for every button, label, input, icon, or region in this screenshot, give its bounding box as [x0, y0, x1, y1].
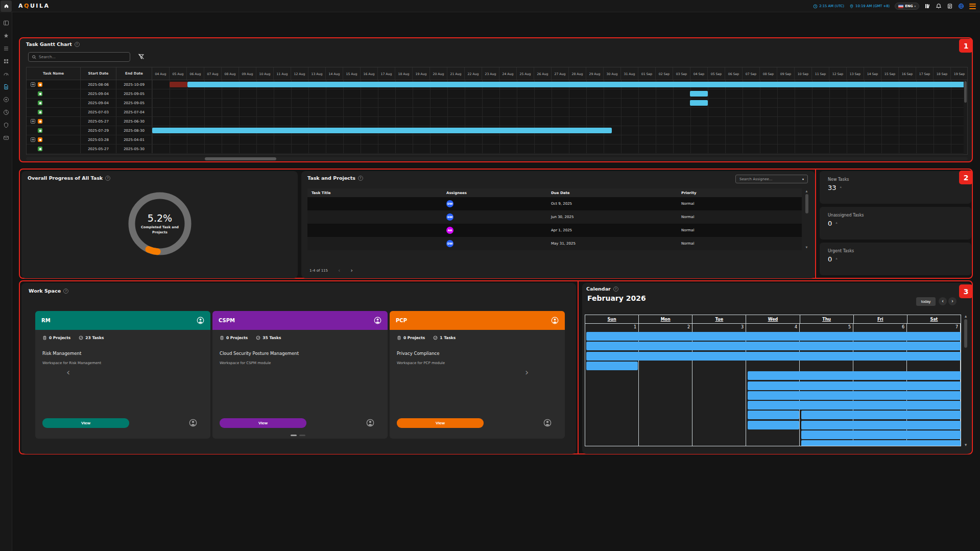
expand-toggle-icon[interactable]: +	[31, 119, 35, 124]
gantt-search-input[interactable]	[39, 55, 127, 59]
scroll-up-icon[interactable]: ▲	[806, 189, 808, 193]
gantt-row[interactable]: +2025-03-282025-04-01	[27, 135, 967, 145]
calendar-event[interactable]	[748, 411, 799, 419]
calendar-day-header[interactable]: Fri	[854, 315, 907, 323]
mail-icon[interactable]	[3, 133, 9, 139]
sort-caret-icon[interactable]: ▴	[835, 221, 838, 225]
grid-icon[interactable]	[3, 57, 9, 63]
calendar-day-header[interactable]: Sun	[585, 315, 639, 323]
calendar-event[interactable]	[586, 362, 638, 370]
task-row[interactable]: GWJun 30, 2025Normal	[307, 210, 802, 224]
calendar-event[interactable]	[586, 342, 961, 350]
person-icon[interactable]	[374, 317, 381, 324]
calendar-event[interactable]	[748, 371, 961, 380]
calendar-event[interactable]	[801, 421, 961, 429]
star-icon[interactable]	[3, 31, 9, 37]
task-row[interactable]: DWOct 9, 2025Normal	[307, 197, 802, 210]
info-icon[interactable]: ?	[75, 42, 80, 47]
gantt-row[interactable]: 2025-05-272025-05-30	[27, 145, 967, 154]
gantt-col-header: Start Date	[81, 67, 116, 80]
calendar-event[interactable]	[801, 411, 961, 419]
gantt-bar[interactable]	[690, 91, 708, 97]
carousel-prev-icon[interactable]: ‹	[66, 368, 70, 377]
stat-label: Unassigned Tasks	[828, 213, 963, 218]
list-icon[interactable]	[3, 44, 9, 50]
gantt-search[interactable]	[28, 52, 130, 62]
language-selector[interactable]: ENG ▾	[895, 3, 919, 10]
calendar-today-button[interactable]: today	[916, 297, 936, 306]
gantt-row[interactable]: +2025-08-062025-10-09	[27, 80, 967, 89]
view-button[interactable]: View	[397, 418, 484, 428]
calendar-event[interactable]	[748, 421, 799, 429]
task-row[interactable]: AAApr 1, 2025Normal	[307, 224, 802, 237]
calendar-day-header[interactable]: Thu	[800, 315, 854, 323]
info-icon[interactable]: ?	[613, 286, 618, 292]
calendar-event[interactable]	[801, 440, 961, 446]
gantt-bar[interactable]	[690, 100, 708, 106]
gantt-row[interactable]: 2025-09-042025-09-05	[27, 99, 967, 108]
scroll-down-icon[interactable]: ▼	[965, 443, 967, 446]
gantt-row[interactable]: +2025-05-272025-06-30	[27, 117, 967, 126]
tasks-scrollbar[interactable]: ▲ ▼	[804, 189, 809, 249]
calendar-day-header[interactable]: Wed	[746, 315, 800, 323]
filter-icon[interactable]	[138, 53, 145, 60]
library-icon[interactable]	[924, 3, 930, 9]
gantt-bar[interactable]	[187, 82, 967, 87]
sort-caret-icon[interactable]: ▴	[835, 256, 838, 260]
carousel-dot[interactable]	[299, 435, 305, 436]
gantt-bar[interactable]	[170, 82, 187, 87]
home-button[interactable]	[1, 1, 12, 12]
view-button[interactable]: View	[220, 418, 306, 428]
calendar-day-header[interactable]: Mon	[639, 315, 692, 323]
shield-icon[interactable]	[3, 121, 9, 127]
assignee-filter-select[interactable]: Search Assignee... ▾	[735, 175, 808, 183]
pie-icon[interactable]	[3, 108, 9, 114]
bullseye-icon[interactable]	[3, 95, 9, 101]
stat-value-row: 33▴	[828, 184, 963, 191]
calendar-event[interactable]	[801, 430, 961, 439]
notifications-icon[interactable]	[936, 3, 942, 9]
scroll-down-icon[interactable]: ▼	[806, 246, 808, 249]
sort-caret-icon[interactable]: ▴	[840, 185, 842, 189]
task-type-icon	[38, 128, 42, 133]
info-icon[interactable]: ?	[358, 176, 363, 181]
gantt-horizontal-scrollbar[interactable]	[26, 157, 968, 160]
carousel-dot[interactable]	[291, 435, 297, 436]
globe-icon[interactable]	[958, 3, 964, 9]
gantt-row[interactable]: 2025-07-032025-07-04	[27, 108, 967, 117]
calendar-event[interactable]	[586, 332, 961, 341]
menu-icon[interactable]	[969, 4, 976, 9]
expand-toggle-icon[interactable]: +	[31, 137, 35, 142]
info-icon[interactable]: ?	[63, 289, 68, 294]
calendar-event[interactable]	[586, 352, 961, 361]
calendar-prev-button[interactable]: ‹	[939, 297, 947, 305]
info-icon[interactable]: ?	[105, 176, 110, 181]
notes-icon[interactable]	[947, 3, 953, 9]
calendar-next-button[interactable]: ›	[948, 297, 957, 305]
task-row[interactable]: DWMay 31, 2025Normal	[307, 237, 802, 250]
doc-icon[interactable]	[3, 82, 9, 88]
gantt-bar[interactable]	[152, 128, 612, 133]
workspace-card: PCP0 Projects1 TasksPrivacy ComplianceWo…	[390, 311, 565, 439]
gantt-row[interactable]: 2025-09-042025-09-05	[27, 89, 967, 99]
expand-toggle-icon[interactable]: +	[31, 82, 35, 87]
calendar-event[interactable]	[748, 381, 961, 390]
calendar-day-header[interactable]: Tue	[692, 315, 746, 323]
gantt-row[interactable]: 2025-07-292025-08-30	[27, 126, 967, 135]
col-priority: Priority	[675, 191, 802, 195]
view-button[interactable]: View	[42, 418, 129, 428]
calendar-day-header[interactable]: Sat	[907, 315, 961, 323]
panel-icon[interactable]	[3, 18, 9, 25]
calendar-scrollbar[interactable]: ▲ ▼	[963, 315, 968, 446]
gauge-icon[interactable]	[3, 69, 9, 76]
calendar-event[interactable]	[748, 391, 961, 400]
carousel-next-icon[interactable]: ›	[525, 368, 529, 377]
gantt-start-date: 2025-03-28	[81, 135, 116, 144]
scroll-up-icon[interactable]: ▲	[965, 315, 967, 318]
pagination-prev-icon[interactable]: ‹	[338, 268, 340, 273]
gantt-vertical-scrollbar[interactable]	[964, 80, 967, 154]
pagination-next-icon[interactable]: ›	[350, 268, 352, 273]
calendar-event[interactable]	[748, 401, 961, 410]
person-icon[interactable]	[551, 317, 559, 324]
person-icon[interactable]	[197, 317, 204, 324]
